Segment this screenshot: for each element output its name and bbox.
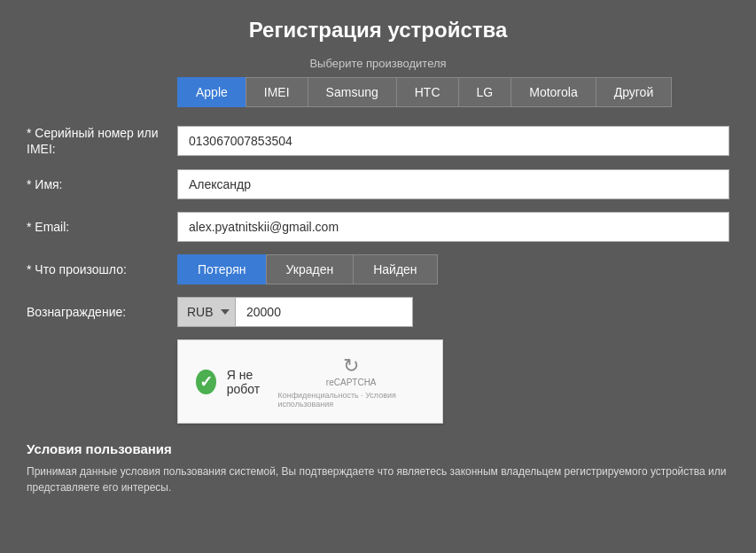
name-row: * Имя: [27, 169, 729, 199]
tab-imei[interactable]: IMEI [246, 77, 308, 107]
serial-input[interactable] [177, 126, 729, 156]
email-input[interactable] [177, 212, 729, 242]
reward-label: Вознаграждение: [27, 305, 177, 319]
captcha-left: ✓ Я не робот [196, 368, 277, 396]
tab-apple[interactable]: Apple [177, 77, 246, 107]
captcha-row: ✓ Я не робот ↻ reCAPTCHA Конфиденциально… [27, 339, 729, 424]
event-row: * Что произошло: Потерян Украден Найден [27, 254, 729, 284]
page-title: Регистрация устройства [27, 18, 729, 43]
captcha-text: Я не робот [227, 368, 278, 396]
serial-row: * Серийный номер или IMEI: [27, 125, 729, 157]
event-lost[interactable]: Потерян [177, 254, 266, 284]
captcha-box[interactable]: ✓ Я не робот ↻ reCAPTCHA Конфиденциально… [177, 339, 443, 424]
terms-section: Условия пользования Принимая данные усло… [27, 441, 729, 495]
reward-amount-input[interactable] [236, 297, 413, 327]
event-buttons: Потерян Украден Найден [177, 254, 438, 284]
captcha-spacer [27, 339, 177, 424]
tab-htc[interactable]: HTC [396, 77, 458, 107]
serial-label: * Серийный номер или IMEI: [27, 125, 177, 157]
event-label: * Что произошло: [27, 261, 177, 277]
captcha-checkmark: ✓ [196, 370, 216, 394]
terms-text: Принимая данные условия пользования сист… [27, 463, 729, 495]
name-input[interactable] [177, 169, 729, 199]
tab-lg[interactable]: LG [458, 77, 511, 107]
reward-inputs: RUB USD EUR [177, 297, 413, 327]
email-row: * Email: [27, 212, 729, 242]
currency-wrapper: RUB USD EUR [177, 297, 236, 327]
manufacturer-tabs: Apple IMEI Samsung HTC LG Motorola Друго… [177, 77, 729, 107]
recaptcha-icon: ↻ [343, 354, 359, 378]
tab-other[interactable]: Другой [596, 77, 673, 107]
tab-motorola[interactable]: Motorola [510, 77, 595, 107]
name-label: * Имя: [27, 176, 177, 192]
email-label: * Email: [27, 219, 177, 235]
recaptcha-links: Конфиденциальность · Условия использован… [277, 391, 425, 409]
event-found[interactable]: Найден [353, 254, 437, 284]
currency-select[interactable]: RUB USD EUR [177, 297, 236, 327]
tab-samsung[interactable]: Samsung [308, 77, 396, 107]
reward-row: Вознаграждение: RUB USD EUR [27, 297, 729, 327]
event-stolen[interactable]: Украден [266, 254, 354, 284]
manufacturer-label: Выберите производителя [27, 57, 729, 70]
recaptcha-brand: reCAPTCHA [326, 378, 377, 387]
captcha-right: ↻ reCAPTCHA Конфиденциальность · Условия… [277, 354, 425, 409]
terms-title: Условия пользования [27, 441, 729, 456]
